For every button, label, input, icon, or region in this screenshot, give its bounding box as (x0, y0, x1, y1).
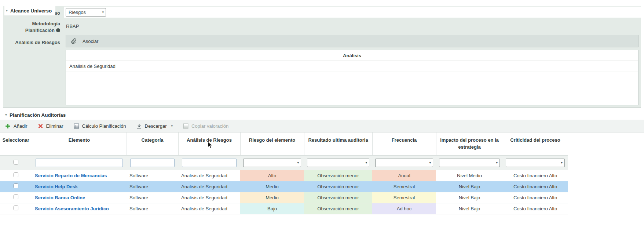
analisis-riesgos-label: Análisis de Riesgos (3, 35, 64, 108)
metodologia-label-wrap: Metodología Planificación (3, 18, 64, 35)
row-checkbox[interactable] (14, 195, 18, 199)
analisis-riesgos-panel: Asociar Análisis Analisis de Seguridad (66, 35, 638, 105)
col-header-seleccionar: Seleccionar (0, 133, 32, 155)
col-header-resultado: Resultado ultima auditoria (304, 133, 372, 155)
header-rule (71, 115, 644, 115)
anadir-button[interactable]: Añadir (5, 123, 28, 129)
cell-criticidad: Costo financiero Alto (503, 170, 568, 181)
cell-riesgo: Bajo (240, 203, 304, 214)
table-row[interactable]: Servicio Help Desk Software Analisis de … (0, 181, 568, 192)
download-icon (136, 123, 142, 129)
plus-icon (5, 123, 11, 129)
metodologia-row: Metodología Planificación RBAP (3, 18, 641, 35)
eliminar-label: Eliminar (46, 123, 63, 129)
cell-categoria: Software (127, 192, 178, 203)
col-header-impacto: Impacto del proceso en la estrategia (436, 133, 503, 155)
cell-frecuencia: Semestral (372, 181, 436, 192)
collapse-icon[interactable]: ▾ (6, 9, 8, 12)
metodologia-value: RBAP (66, 23, 79, 29)
collapse-icon[interactable]: ▾ (5, 113, 7, 117)
analisis-table-header: Análisis (66, 50, 638, 61)
cell-impacto: Nivel Bajo (436, 192, 503, 203)
select-all-checkbox[interactable] (14, 160, 18, 164)
cell-criticidad: Costo financiero Alto (503, 181, 568, 192)
table-row[interactable]: Servicio Asesoramiento Jurídico Software… (0, 203, 568, 214)
filter-riesgo-select[interactable]: ▾ (243, 159, 301, 167)
descargar-button[interactable]: Descargar ▾ (136, 123, 173, 129)
elemento-link[interactable]: Servicio Banca Online (35, 195, 85, 200)
filter-elemento-input[interactable] (36, 159, 123, 167)
col-header-categoria: Categoría (127, 133, 178, 155)
header-row: Seleccionar Elemento Categoría Análisis … (0, 133, 568, 155)
planificacion-table: Seleccionar Elemento Categoría Análisis … (0, 133, 568, 214)
analisis-table-empty (66, 72, 638, 105)
row-checkbox[interactable] (14, 206, 18, 210)
cell-analisis: Analisis de Seguridad (178, 170, 240, 181)
paperclip-icon (71, 38, 76, 44)
col-header-riesgo: Riesgo del elemento (240, 133, 304, 155)
filter-analisis-input[interactable] (182, 159, 237, 167)
chevron-down-icon: ▾ (365, 161, 367, 164)
analisis-table-row[interactable]: Analisis de Seguridad (66, 61, 638, 72)
filter-impacto-select[interactable]: ▾ (439, 159, 500, 167)
descargar-label: Descargar (145, 123, 167, 129)
cell-riesgo: Medio (240, 192, 304, 203)
table-row[interactable]: Servicio Banca Online Software Analisis … (0, 192, 568, 203)
section-title-planificacion: Planificación Auditorías (10, 112, 66, 118)
planificacion-toolbar: Añadir Eliminar Cálculo Planificación De… (0, 120, 644, 133)
cell-criticidad: Costo financiero Alto (503, 192, 568, 203)
row-checkbox[interactable] (14, 184, 18, 188)
calculo-label: Cálculo Planificación (82, 123, 126, 129)
copiar-label: Copiar valoración (191, 123, 228, 129)
asociar-label: Asociar (83, 39, 98, 44)
chevron-down-icon: ▾ (496, 161, 498, 164)
cell-resultado: Observación menor (304, 170, 372, 181)
cell-resultado: Observación menor (304, 181, 372, 192)
cell-resultado: Observación menor (304, 192, 372, 203)
help-icon[interactable] (56, 28, 60, 32)
chevron-down-icon: ▾ (297, 161, 299, 164)
filter-categoria-input[interactable] (130, 159, 175, 167)
cell-frecuencia: Anual (372, 170, 436, 181)
table-row[interactable]: Servicio Reparto de Mercancias Software … (0, 170, 568, 181)
modelo-universo-selected-value: Riesgos (69, 10, 86, 15)
cell-frecuencia: Semestral (372, 192, 436, 203)
cell-categoria: Software (127, 181, 178, 192)
cell-analisis: Analisis de Seguridad (178, 192, 240, 203)
section-alcance-universo: ▾ Alcance Universo Modelo de Universo Ri… (3, 6, 641, 108)
anadir-label: Añadir (14, 123, 28, 129)
cell-frecuencia: Ad hoc (372, 203, 436, 214)
delete-x-icon (38, 123, 43, 129)
modelo-universo-select[interactable]: Riesgos ▾ (66, 8, 106, 17)
elemento-link[interactable]: Servicio Asesoramiento Jurídico (35, 206, 109, 211)
chevron-down-icon: ▾ (102, 10, 104, 14)
row-checkbox[interactable] (14, 173, 18, 177)
cell-impacto: Nivel Bajo (436, 181, 503, 192)
filter-resultado-select[interactable]: ▾ (307, 159, 369, 167)
col-header-elemento: Elemento (32, 133, 127, 155)
cell-impacto: Nivel Bajo (436, 203, 503, 214)
col-header-criticidad: Criticidad del proceso (503, 133, 568, 155)
col-header-frecuencia: Frecuencia (372, 133, 436, 155)
cell-impacto: Nivel Medio (436, 170, 503, 181)
eliminar-button[interactable]: Eliminar (38, 123, 63, 129)
modelo-universo-field: Riesgos ▾ (64, 7, 641, 18)
alcance-panel: Modelo de Universo Riesgos ▾ Metodología… (3, 6, 641, 108)
cell-resultado: Observación menor (304, 203, 372, 214)
chevron-down-icon: ▾ (171, 124, 173, 128)
section-title-alcance: Alcance Universo (10, 8, 52, 14)
elemento-link[interactable]: Servicio Reparto de Mercancias (35, 173, 107, 178)
asociar-button[interactable]: Asociar (66, 35, 638, 47)
analisis-riesgos-row: Análisis de Riesgos Asociar Análisis Ana… (3, 35, 641, 108)
filter-row: ▾ ▾ ▾ ▾ ▾ (0, 155, 568, 170)
cell-riesgo: Medio (240, 181, 304, 192)
elemento-link[interactable]: Servicio Help Desk (35, 184, 78, 189)
cell-analisis: Analisis de Seguridad (178, 203, 240, 214)
spreadsheet-icon (74, 123, 79, 129)
filter-criticidad-select[interactable]: ▾ (506, 159, 565, 167)
analisis-table: Análisis Analisis de Seguridad (66, 50, 638, 105)
chevron-down-icon: ▾ (429, 161, 431, 164)
filter-frecuencia-select[interactable]: ▾ (375, 159, 433, 167)
calculo-planificacion-button[interactable]: Cálculo Planificación (74, 123, 126, 129)
copiar-valoracion-button: Copiar valoración (183, 123, 228, 129)
